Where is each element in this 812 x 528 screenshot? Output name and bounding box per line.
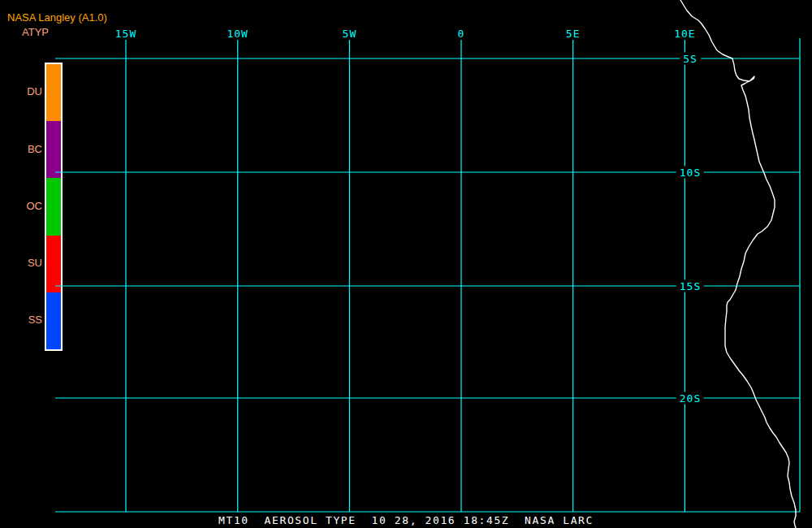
- plot-caption: MT10 AEROSOL TYPE 10 28, 2016 18:45Z NAS…: [0, 514, 812, 526]
- aerosol-type-map-screen: NASA Langley (A1.0) ATYP DU BC OC SU SS: [0, 0, 812, 528]
- lon-tick-0: 0: [458, 28, 465, 40]
- colorbar-label-ss: SS: [10, 314, 42, 326]
- lon-tick-15w: 15W: [115, 28, 136, 40]
- lon-tick-5w: 5W: [343, 28, 357, 40]
- lat-tick-15s: 15S: [676, 280, 704, 292]
- coastline: [680, 0, 796, 528]
- latlon-grid: [55, 38, 800, 512]
- lat-tick-5s: 5S: [680, 53, 701, 65]
- colorbar-label-du: DU: [10, 86, 42, 97]
- map-plot: [0, 0, 812, 528]
- colorbar-label-oc: OC: [10, 201, 42, 212]
- lat-tick-10s: 10S: [676, 167, 704, 179]
- colorbar-label-bc: BC: [10, 144, 42, 155]
- lon-tick-5e: 5E: [566, 28, 581, 40]
- colorbar-label-su: SU: [10, 258, 42, 269]
- lat-tick-20s: 20S: [676, 392, 704, 405]
- lon-tick-10e: 10E: [674, 28, 695, 40]
- lon-tick-10w: 10W: [227, 28, 248, 40]
